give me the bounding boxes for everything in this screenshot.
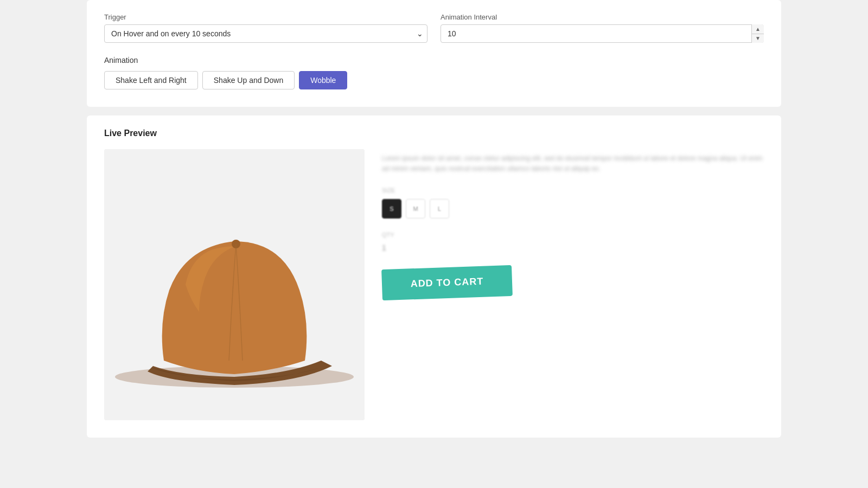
wobble-button[interactable]: Wobble	[299, 71, 347, 89]
preview-content: Lorem ipsum dolor sit amet, conse ctetur…	[104, 149, 764, 420]
animation-label: Animation	[104, 56, 764, 65]
spin-down-button[interactable]: ▼	[752, 34, 764, 43]
shake-ud-button[interactable]: Shake Up and Down	[202, 71, 295, 89]
size-option-m[interactable]: M	[406, 199, 425, 219]
preview-title: Live Preview	[104, 129, 764, 138]
shake-lr-button[interactable]: Shake Left and Right	[104, 71, 198, 89]
trigger-group: Trigger On HoverOn every 10 secondsOn Ho…	[104, 13, 427, 43]
trigger-select[interactable]: On HoverOn every 10 secondsOn Hover and …	[104, 24, 427, 43]
product-image	[104, 149, 365, 420]
spin-up-button[interactable]: ▲	[752, 24, 764, 34]
trigger-label: Trigger	[104, 13, 427, 21]
product-details: Lorem ipsum dolor sit amet, conse ctetur…	[382, 149, 764, 298]
interval-input[interactable]	[441, 24, 764, 43]
size-option-s[interactable]: S	[382, 199, 401, 219]
qty-wrapper: 1	[382, 243, 764, 252]
interval-label: Animation Interval	[441, 13, 764, 21]
product-image-container	[104, 149, 365, 420]
add-to-cart-button[interactable]: ADD TO CART	[381, 265, 513, 300]
animation-section: Animation Shake Left and Right Shake Up …	[104, 56, 764, 89]
animation-buttons: Shake Left and Right Shake Up and Down W…	[104, 71, 764, 89]
product-description: Lorem ipsum dolor sit amet, conse ctetur…	[382, 153, 764, 174]
qty-label: QTY	[382, 232, 764, 238]
size-options: S M L	[382, 199, 764, 219]
trigger-select-wrapper: On HoverOn every 10 secondsOn Hover and …	[104, 24, 427, 43]
interval-group: Animation Interval ▲ ▼	[441, 13, 764, 43]
settings-card: Trigger On HoverOn every 10 secondsOn Ho…	[87, 0, 781, 107]
spin-buttons: ▲ ▼	[751, 24, 764, 43]
size-option-l[interactable]: L	[430, 199, 449, 219]
preview-card: Live Preview	[87, 115, 781, 438]
qty-value: 1	[382, 243, 386, 252]
size-label: SIZE	[382, 187, 764, 194]
interval-input-wrapper: ▲ ▼	[441, 24, 764, 43]
